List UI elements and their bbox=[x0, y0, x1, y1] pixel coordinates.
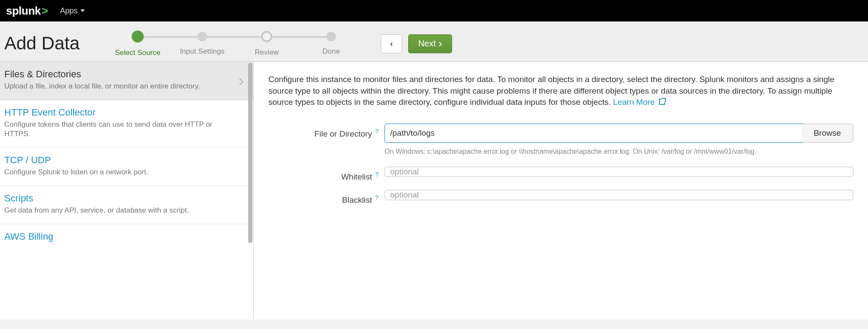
step-label: Input Settings bbox=[180, 47, 225, 56]
sidebar-item-desc: Upload a file, index a local file, or mo… bbox=[4, 82, 246, 91]
sidebar-item-files-directories[interactable]: Files & Directories Upload a file, index… bbox=[0, 62, 253, 100]
page-title: Add Data bbox=[4, 33, 80, 54]
field-label: Blacklist ? bbox=[268, 190, 385, 205]
step-review[interactable]: Review bbox=[234, 32, 299, 57]
step-circle-icon bbox=[261, 31, 272, 42]
next-button[interactable]: Next bbox=[408, 34, 452, 53]
sidebar-item-aws-billing[interactable]: AWS Billing bbox=[0, 224, 253, 253]
source-sidebar: Files & Directories Upload a file, index… bbox=[0, 62, 254, 320]
step-label: Review bbox=[255, 48, 279, 57]
wizard-stepper: Select Source Input Settings Review Done bbox=[105, 32, 363, 57]
sidebar-item-desc: Get data from any API, service, or datab… bbox=[4, 206, 246, 215]
main-description: Configure this instance to monitor files… bbox=[268, 74, 853, 108]
next-label: Next bbox=[418, 39, 436, 49]
step-done[interactable]: Done bbox=[299, 32, 363, 56]
sidebar-item-tcp-udp[interactable]: TCP / UDP Configure Splunk to listen on … bbox=[0, 148, 253, 186]
step-circle-icon bbox=[132, 30, 144, 43]
chevron-down-icon bbox=[80, 9, 85, 12]
whitelist-input[interactable] bbox=[385, 167, 853, 177]
field-label: File or Directory ? bbox=[268, 124, 385, 139]
sidebar-item-desc: Configure Splunk to listen on a network … bbox=[4, 168, 246, 177]
field-row-blacklist: Blacklist ? bbox=[268, 190, 853, 205]
main-panel: Configure this instance to monitor files… bbox=[254, 62, 868, 320]
scrollbar-track[interactable] bbox=[247, 62, 253, 320]
step-circle-icon bbox=[197, 32, 207, 41]
step-select-source[interactable]: Select Source bbox=[105, 32, 170, 57]
help-icon[interactable]: ? bbox=[375, 194, 379, 201]
sidebar-item-scripts[interactable]: Scripts Get data from any API, service, … bbox=[0, 186, 253, 224]
top-nav: splunk> Apps bbox=[0, 0, 868, 21]
step-label: Select Source bbox=[115, 49, 160, 57]
apps-menu[interactable]: Apps bbox=[60, 6, 84, 15]
apps-label: Apps bbox=[60, 6, 77, 15]
blacklist-input[interactable] bbox=[385, 190, 853, 200]
field-row-file-directory: File or Directory ? Browse On Windows: c… bbox=[268, 124, 853, 156]
sidebar-item-title: HTTP Event Collector bbox=[4, 107, 246, 118]
external-link-icon bbox=[659, 99, 665, 105]
sidebar-item-http-event-collector[interactable]: HTTP Event Collector Configure tokens th… bbox=[0, 100, 253, 148]
chevron-left-icon: ‹ bbox=[390, 39, 393, 49]
sidebar-item-title: AWS Billing bbox=[4, 231, 246, 242]
wizard-nav-buttons: ‹ Next bbox=[381, 34, 452, 53]
sidebar-item-desc: Configure tokens that clients can use to… bbox=[4, 120, 246, 139]
learn-more-link[interactable]: Learn More bbox=[613, 97, 665, 107]
page-header: Add Data Select Source Input Settings Re… bbox=[0, 21, 868, 62]
help-icon[interactable]: ? bbox=[375, 128, 379, 135]
field-hint: On Windows: c:\apache\apache.error.log o… bbox=[385, 147, 853, 156]
back-button[interactable]: ‹ bbox=[381, 34, 402, 53]
splunk-logo: splunk> bbox=[6, 4, 48, 18]
sidebar-item-title: TCP / UDP bbox=[4, 155, 246, 166]
chevron-right-icon bbox=[438, 38, 442, 49]
file-directory-input[interactable] bbox=[385, 124, 804, 143]
step-circle-icon bbox=[326, 32, 336, 41]
field-row-whitelist: Whitelist ? bbox=[268, 167, 853, 182]
step-label: Done bbox=[323, 47, 340, 56]
help-icon[interactable]: ? bbox=[375, 171, 379, 178]
scrollbar-thumb[interactable] bbox=[248, 63, 252, 243]
content-body: Files & Directories Upload a file, index… bbox=[0, 62, 868, 320]
sidebar-item-title: Files & Directories bbox=[4, 69, 246, 80]
field-label: Whitelist ? bbox=[268, 167, 385, 182]
step-input-settings[interactable]: Input Settings bbox=[170, 32, 234, 56]
sidebar-item-title: Scripts bbox=[4, 193, 246, 204]
chevron-right-icon: › bbox=[238, 72, 244, 90]
browse-button[interactable]: Browse bbox=[802, 124, 853, 143]
